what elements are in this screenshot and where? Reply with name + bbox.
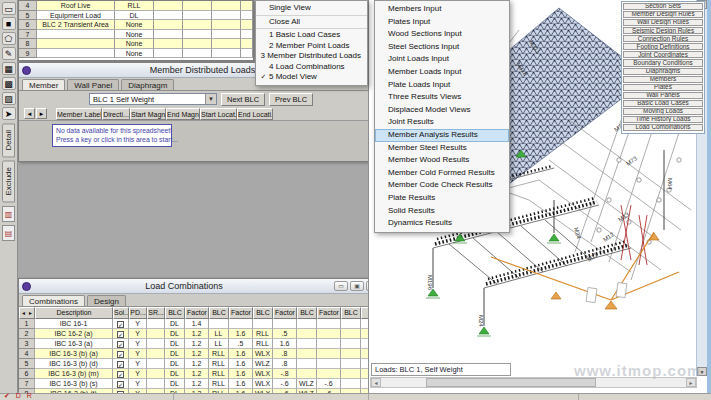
window-control-button[interactable]: ▣ — [350, 281, 364, 291]
blc-cell[interactable]: LL — [209, 339, 229, 349]
blc-empty-cell[interactable] — [183, 1, 212, 11]
factor-cell[interactable]: 1.2 — [185, 369, 209, 379]
blc-cell[interactable]: DL — [165, 369, 185, 379]
column-header[interactable]: BLC — [165, 307, 185, 319]
window-titlebar[interactable]: Load Combinations ▭ ▣ ▨ — [19, 279, 384, 294]
window-control-button[interactable]: ▭ — [334, 281, 348, 291]
table-row[interactable]: 7 IBC 16-3 (b) (s) ✓ Y DL 1.2 RLL 1.6 WL… — [19, 379, 384, 389]
factor-cell[interactable] — [317, 369, 341, 379]
blc-cell[interactable] — [253, 319, 273, 329]
pdelta-cell[interactable]: Y — [129, 329, 147, 339]
blc-cell[interactable]: WLZ — [253, 359, 273, 369]
column-header[interactable]: SR... — [147, 307, 165, 319]
menu-item[interactable]: Steel Sections Input — [375, 41, 509, 54]
column-header[interactable]: Factor — [273, 307, 297, 319]
blc-cell[interactable] — [341, 349, 361, 359]
next-blc-button[interactable]: Next BLC — [221, 93, 265, 106]
blc-category-cell[interactable]: DL — [115, 11, 154, 21]
menu-item[interactable]: 3 Member Distributed Loads — [256, 51, 367, 62]
menu-item[interactable]: Member Cold Formed Results — [375, 167, 509, 180]
blc-empty-cell[interactable] — [241, 49, 253, 59]
nav-left-icon[interactable]: ◄ — [21, 308, 26, 318]
factor-cell[interactable]: .5 — [273, 329, 297, 339]
column-header[interactable]: Factor — [185, 307, 209, 319]
side-tab[interactable]: Detail — [2, 123, 15, 157]
spreadsheet-row[interactable]: 7 None — [19, 30, 253, 40]
factor-cell[interactable]: 1.2 — [185, 329, 209, 339]
blc-empty-cell[interactable] — [212, 11, 241, 21]
blc-cell[interactable] — [297, 369, 317, 379]
blc-empty-cell[interactable] — [241, 11, 253, 21]
solve-checkbox-cell[interactable]: ✓ — [113, 379, 129, 389]
blc-empty-cell[interactable] — [154, 30, 183, 40]
menu-item[interactable]: Joint Results — [375, 116, 509, 129]
factor-cell[interactable] — [317, 359, 341, 369]
data-entry-button[interactable]: Joint Coordinates — [623, 51, 703, 58]
blc-cell[interactable] — [297, 359, 317, 369]
menu-item[interactable]: 1 Basic Load Cases — [256, 28, 367, 41]
blc-cell[interactable]: WLX — [253, 369, 273, 379]
solve-checkbox-cell[interactable]: ✓ — [113, 339, 129, 349]
blc-empty-cell[interactable] — [183, 49, 212, 59]
prev-blc-button[interactable]: Prev BLC — [269, 93, 313, 106]
menu-item[interactable]: Close All — [256, 15, 367, 28]
menu-item[interactable]: Member Analysis Results — [375, 129, 509, 142]
column-header[interactable]: PD... — [129, 307, 147, 319]
drawing-tool-icon[interactable]: ▦ — [2, 62, 16, 75]
data-entry-button[interactable]: Moving Loads — [623, 108, 703, 115]
blc-empty-cell[interactable] — [241, 39, 253, 49]
solve-checkbox-cell[interactable]: ✓ — [113, 369, 129, 379]
blc-empty-cell[interactable] — [183, 20, 212, 30]
lc-description-cell[interactable]: IBC 16-1 — [35, 319, 113, 329]
data-entry-button[interactable]: Load Combinations — [623, 124, 703, 131]
blc-cell[interactable]: RLL — [209, 359, 229, 369]
blc-cell[interactable] — [341, 319, 361, 329]
blc-cell[interactable]: RLL — [253, 329, 273, 339]
drawing-tool-icon[interactable]: ■ — [2, 17, 16, 30]
spreadsheet-row[interactable]: 4 Roof Live RLL — [19, 1, 253, 11]
lc-description-cell[interactable]: IBC 16-3 (b) (d) — [35, 359, 113, 369]
lc-description-cell[interactable]: IBC 16-3 (b) (m) — [35, 369, 113, 379]
blc-empty-cell[interactable] — [241, 1, 253, 11]
blc-empty-cell[interactable] — [212, 1, 241, 11]
factor-cell[interactable] — [273, 319, 297, 329]
solve-checkbox-cell[interactable]: ✓ — [113, 329, 129, 339]
column-header[interactable]: BLC — [253, 307, 273, 319]
data-entry-button[interactable]: Members — [623, 76, 703, 83]
menu-item[interactable]: Three Results Views — [375, 91, 509, 104]
factor-cell[interactable] — [229, 319, 253, 329]
table-row[interactable]: 5 IBC 16-3 (b) (d) ✓ Y DL 1.2 RLL 1.6 WL… — [19, 359, 384, 369]
blc-description-cell[interactable]: Roof Live — [37, 1, 115, 11]
blc-empty-cell[interactable] — [154, 11, 183, 21]
spreadsheet-row[interactable]: 9 None — [19, 49, 253, 59]
factor-cell[interactable] — [317, 339, 341, 349]
column-header[interactable]: Sol... — [113, 307, 129, 319]
lc-nav[interactable]: ◄► — [19, 307, 35, 319]
blc-cell[interactable] — [341, 379, 361, 389]
pdelta-cell[interactable]: Y — [129, 369, 147, 379]
blc-selector-dropdown[interactable]: BLC 1 Self Weight ▼ — [89, 93, 217, 105]
column-header[interactable]: Factor — [317, 307, 341, 319]
blc-cell[interactable]: RLL — [209, 369, 229, 379]
blc-empty-cell[interactable] — [212, 30, 241, 40]
spreadsheet-row[interactable]: 6 BLC 2 Transient Area None — [19, 20, 253, 30]
menu-item[interactable]: Member Steel Results — [375, 142, 509, 155]
blc-cell[interactable]: DL — [165, 349, 185, 359]
data-entry-button[interactable]: Basic Load Cases — [623, 100, 703, 107]
blc-cell[interactable]: DL — [165, 329, 185, 339]
menu-item[interactable]: Member Wood Results — [375, 154, 509, 167]
side-icon-tab[interactable]: ▤ — [2, 225, 15, 241]
data-entry-button[interactable]: Section Sets — [623, 3, 703, 10]
side-tab[interactable]: Exclude — [2, 160, 15, 202]
lc-tab[interactable]: Design — [87, 295, 126, 306]
factor-cell[interactable]: -.6 — [317, 379, 341, 389]
factor-cell[interactable]: 1.4 — [185, 319, 209, 329]
factor-cell[interactable]: -.8 — [273, 369, 297, 379]
data-entry-button[interactable]: Footing Definitions — [623, 43, 703, 50]
drawing-tool-icon[interactable]: ▩ — [2, 77, 16, 90]
blc-cell[interactable] — [341, 329, 361, 339]
blc-cell[interactable] — [297, 329, 317, 339]
blc-empty-cell[interactable] — [154, 20, 183, 30]
data-entry-button[interactable]: Connection Rules — [623, 35, 703, 42]
menu-item[interactable]: 4 Load Combinations — [256, 62, 367, 73]
